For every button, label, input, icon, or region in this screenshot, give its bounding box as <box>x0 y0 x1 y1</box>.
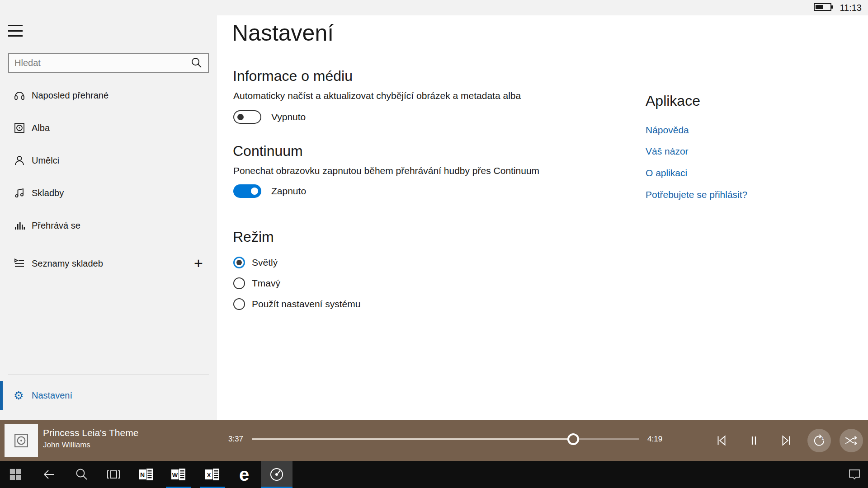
previous-icon <box>715 434 728 447</box>
link-feedback[interactable]: Váš názor <box>646 146 689 157</box>
search-box[interactable] <box>8 53 209 73</box>
radio-label: Tmavý <box>252 278 280 289</box>
back-arrow-icon <box>42 467 56 482</box>
sidebar-item-songs[interactable]: Skladby <box>0 177 217 209</box>
taskbar-search-button[interactable] <box>69 461 94 488</box>
sidebar-item-label: Umělci <box>32 155 59 166</box>
playlist-icon <box>14 258 25 269</box>
media-info-toggle-row: Vypnuto <box>233 110 306 124</box>
media-info-description: Automaticky načíst a aktualizovat chyběj… <box>233 90 521 101</box>
groove-music-app: 1 2 <box>0 0 868 488</box>
sidebar-item-label: Alba <box>32 123 50 133</box>
word-icon: W <box>171 468 186 481</box>
now-playing-icon <box>14 220 25 231</box>
svg-text:1: 1 <box>821 436 824 441</box>
new-playlist-button[interactable]: + <box>191 256 206 271</box>
song-icon <box>14 187 25 199</box>
windows-logo-icon <box>9 468 22 481</box>
edge-icon: e <box>239 465 249 483</box>
sidebar-item-label: Skladby <box>32 188 64 198</box>
search-icon <box>191 57 203 69</box>
mode-option-system[interactable]: Použít nastavení systému <box>233 298 360 310</box>
link-help[interactable]: Nápověda <box>646 125 689 136</box>
next-icon <box>779 434 793 447</box>
clock: 11:13 <box>840 3 862 13</box>
svg-text:X: X <box>207 472 211 479</box>
sidebar-item-albums[interactable]: Alba <box>0 112 217 144</box>
album-icon <box>14 122 25 134</box>
sidebar-nav: Naposled přehrané Alba Umělci <box>0 79 217 242</box>
headphones-icon <box>14 89 25 101</box>
action-center-icon <box>848 468 861 481</box>
app-section-heading: Aplikace <box>646 93 700 109</box>
battery-icon <box>813 2 834 14</box>
sidebar-item-playlists[interactable]: Seznamy skladeb <box>0 247 217 280</box>
back-button[interactable] <box>36 461 61 488</box>
radio-label: Světlý <box>252 257 278 268</box>
media-info-toggle[interactable] <box>233 110 261 124</box>
media-info-toggle-label: Vypnuto <box>271 112 306 122</box>
media-info-heading: Informace o médiu <box>233 68 353 84</box>
word-button[interactable]: W <box>166 461 191 488</box>
progress-played <box>252 438 573 440</box>
edge-button[interactable]: e <box>231 461 257 488</box>
task-view-icon <box>106 467 121 482</box>
link-sign-in[interactable]: Potřebujete se přihlásit? <box>646 189 747 200</box>
sidebar-item-artists[interactable]: Umělci <box>0 144 217 177</box>
next-track-button[interactable] <box>776 431 796 450</box>
groove-music-icon <box>269 467 284 482</box>
shuffle-icon <box>844 434 858 447</box>
artist-icon <box>14 155 25 166</box>
settings-page: Nastavení Informace o médiu Automaticky … <box>217 15 868 420</box>
pause-icon <box>747 434 760 447</box>
search-icon <box>75 468 88 481</box>
continuum-description: Ponechat obrazovku zapnutou během přehrá… <box>233 165 539 176</box>
repeat-one-icon: 1 <box>812 434 826 447</box>
album-art-thumbnail[interactable] <box>5 424 38 457</box>
sidebar-item-settings[interactable]: ⚙ Nastavení <box>0 381 217 410</box>
continuum-toggle-row: Zapnuto <box>233 184 306 198</box>
track-artist: John Williams <box>43 441 90 450</box>
svg-text:N: N <box>140 471 145 479</box>
previous-track-button[interactable] <box>712 431 731 450</box>
groove-music-button[interactable] <box>261 461 292 488</box>
sidebar-item-now-playing[interactable]: Přehrává se <box>0 209 217 242</box>
start-button[interactable] <box>3 461 28 488</box>
windows-taskbar: N W X <box>0 461 868 488</box>
radio-label: Použít nastavení systému <box>252 299 360 310</box>
sidebar-item-label: Přehrává se <box>32 221 80 231</box>
now-playing-bar: Princess Leia's Theme John Williams 3:37… <box>0 420 868 461</box>
svg-text:W: W <box>172 472 178 479</box>
continuum-toggle-label: Zapnuto <box>271 186 306 197</box>
continuum-toggle[interactable] <box>233 184 261 198</box>
radio-icon[interactable] <box>233 298 245 310</box>
repeat-button[interactable]: 1 <box>807 429 831 452</box>
mode-option-light[interactable]: Světlý <box>233 257 278 268</box>
search-input[interactable] <box>9 58 191 68</box>
mode-heading: Režim <box>233 229 274 245</box>
progress-handle[interactable] <box>567 433 579 445</box>
shuffle-button[interactable] <box>840 429 863 452</box>
action-center-button[interactable] <box>842 461 867 488</box>
pause-button[interactable] <box>744 431 764 450</box>
task-view-button[interactable] <box>101 461 126 488</box>
excel-button[interactable]: X <box>200 461 225 488</box>
onenote-button[interactable]: N <box>133 461 159 488</box>
mode-option-dark[interactable]: Tmavý <box>233 277 280 289</box>
sidebar: Naposled přehrané Alba Umělci <box>0 0 217 420</box>
radio-icon[interactable] <box>233 277 245 289</box>
sidebar-item-recently-played[interactable]: Naposled přehrané <box>0 79 217 112</box>
hamburger-menu-button[interactable] <box>8 25 23 37</box>
sidebar-item-label: Naposled přehrané <box>32 90 108 101</box>
elapsed-time: 3:37 <box>216 435 243 444</box>
sidebar-item-label: Seznamy skladeb <box>32 258 103 269</box>
album-placeholder-icon <box>13 432 29 449</box>
sidebar-divider <box>8 375 209 375</box>
excel-icon: X <box>205 468 220 481</box>
sidebar-divider <box>8 242 209 242</box>
gear-icon: ⚙ <box>14 389 25 401</box>
link-about[interactable]: O aplikaci <box>646 168 687 178</box>
seek-slider[interactable] <box>252 438 639 440</box>
continuum-heading: Continuum <box>233 143 303 160</box>
radio-selected-icon[interactable] <box>233 257 245 268</box>
